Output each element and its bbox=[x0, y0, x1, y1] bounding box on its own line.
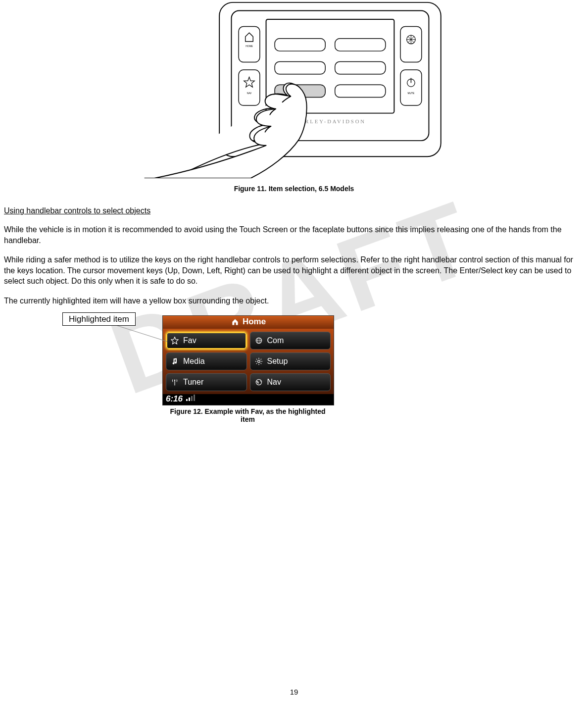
svg-rect-5 bbox=[275, 62, 325, 74]
svg-rect-36 bbox=[186, 399, 188, 401]
para-3: The currently highlighted item will have… bbox=[4, 296, 584, 306]
home-btn-tuner[interactable]: Tuner bbox=[166, 373, 247, 391]
earth-icon bbox=[254, 378, 263, 387]
home-btn-fav[interactable]: Fav bbox=[166, 332, 247, 350]
home-header: Home bbox=[163, 316, 334, 329]
figure-12: Highlighted item Home Fav bbox=[4, 315, 584, 423]
clock-time: 6:16 bbox=[166, 394, 183, 404]
figure-12-caption: Figure 12. Example with Fav, as the high… bbox=[162, 407, 333, 423]
callout-highlighted-item: Highlighted item bbox=[62, 312, 136, 326]
svg-rect-3 bbox=[275, 39, 325, 51]
svg-line-20 bbox=[113, 324, 167, 342]
home-icon bbox=[231, 317, 240, 326]
svg-line-29 bbox=[256, 358, 257, 359]
home-btn-label: Com bbox=[267, 336, 284, 345]
home-btn-label: Media bbox=[183, 357, 205, 366]
svg-rect-14 bbox=[400, 27, 422, 62]
home-btn-label: Setup bbox=[267, 357, 288, 366]
svg-point-35 bbox=[256, 379, 261, 385]
home-title: Home bbox=[243, 317, 266, 327]
globe-icon bbox=[254, 336, 263, 345]
figure-11-caption: Figure 11. Item selection, 6.5 Models bbox=[4, 185, 584, 193]
device-illustration: HARLEY-DAVIDSON HOME NAV MUTE bbox=[141, 0, 447, 180]
figure-11: HARLEY-DAVIDSON HOME NAV MUTE bbox=[4, 0, 584, 193]
svg-rect-39 bbox=[194, 395, 195, 401]
home-screen: Home Fav Com bbox=[162, 315, 334, 405]
home-btn-label: Fav bbox=[183, 336, 196, 345]
svg-rect-37 bbox=[189, 398, 190, 401]
svg-rect-6 bbox=[335, 62, 386, 74]
svg-text:HOME: HOME bbox=[245, 45, 253, 48]
svg-rect-10 bbox=[239, 27, 260, 62]
section-title: Using handlebar controls to select objec… bbox=[4, 206, 584, 215]
music-icon bbox=[170, 357, 179, 366]
signal-icon bbox=[186, 394, 196, 404]
svg-text:MUTE: MUTE bbox=[408, 92, 415, 95]
svg-rect-12 bbox=[239, 70, 260, 105]
page-number: 19 bbox=[4, 688, 584, 696]
home-btn-com[interactable]: Com bbox=[250, 332, 331, 350]
svg-rect-8 bbox=[335, 85, 386, 97]
home-btn-label: Tuner bbox=[183, 378, 203, 387]
home-btn-nav[interactable]: Nav bbox=[250, 373, 331, 391]
svg-point-34 bbox=[174, 379, 175, 380]
svg-line-31 bbox=[260, 358, 261, 359]
svg-line-30 bbox=[260, 363, 261, 364]
antenna-icon bbox=[170, 378, 179, 387]
home-btn-media[interactable]: Media bbox=[166, 352, 247, 370]
svg-text:NAV: NAV bbox=[247, 92, 252, 95]
home-btn-setup[interactable]: Setup bbox=[250, 352, 331, 370]
gear-icon bbox=[254, 357, 263, 366]
svg-point-24 bbox=[257, 360, 260, 362]
home-btn-label: Nav bbox=[267, 378, 281, 387]
home-body: Fav Com Media bbox=[163, 329, 334, 394]
svg-rect-16 bbox=[400, 70, 422, 105]
svg-line-32 bbox=[256, 363, 257, 364]
svg-rect-4 bbox=[335, 39, 386, 51]
para-2: While riding a safer method is to utiliz… bbox=[4, 254, 584, 287]
section-handlebar: Using handlebar controls to select objec… bbox=[4, 206, 584, 306]
para-1: While the vehicle is in motion it is rec… bbox=[4, 224, 584, 246]
svg-rect-38 bbox=[191, 396, 193, 401]
home-footer: 6:16 bbox=[163, 394, 334, 405]
